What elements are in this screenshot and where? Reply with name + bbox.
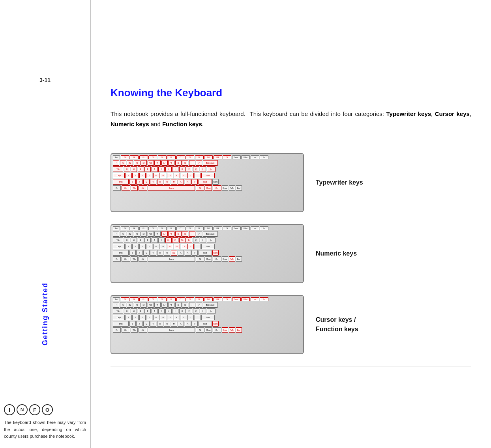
typewriter-keyboard-image: Esc F1 F2 F3 F4 F5 F6 F7 F8 F9 F10 F11 F…: [111, 153, 304, 212]
bottom-divider: [111, 366, 471, 366]
numeric-keyboard-image: Esc F1 F2 F3 F4 F5 F6 F7 F8 F9 F10 F11 F…: [111, 224, 304, 283]
sidebar-label: Getting Started: [41, 282, 49, 345]
keyboard-diagram-cursor: Esc F1 F2 F3 F4 F5 F6 F7 F8 F9 F10 F11 F…: [111, 295, 304, 354]
main-content: Knowing the Keyboard This notebook provi…: [91, 0, 491, 448]
info-i-icon: I: [4, 404, 15, 415]
numeric-keys-label: Numeric keys: [111, 121, 149, 127]
cursor-keyboard-image: Esc F1 F2 F3 F4 F5 F6 F7 F8 F9 F10 F11 F…: [111, 295, 304, 354]
keyboard-section-cursor: Esc F1 F2 F3 F4 F5 F6 F7 F8 F9 F10 F11 F…: [111, 295, 471, 354]
keyboard-section-typewriter: Esc F1 F2 F3 F4 F5 F6 F7 F8 F9 F10 F11 F…: [111, 153, 471, 212]
intro-paragraph: This notebook provides a full-functioned…: [111, 109, 471, 129]
typewriter-keys-label: Typewriter keys: [386, 110, 431, 117]
top-divider: [111, 141, 471, 141]
info-n-icon: N: [17, 404, 28, 415]
info-o-icon: O: [42, 404, 53, 415]
numeric-keys-text: Numeric keys: [316, 249, 357, 258]
cursor-keys-label: Cursor keys: [435, 110, 470, 117]
sidebar: 3-11 Getting Started I N F O The keyboar…: [0, 0, 91, 448]
info-f-icon: F: [29, 404, 40, 415]
page-number: 3-11: [0, 77, 90, 83]
sidebar-label-wrapper: Getting Started: [0, 282, 90, 345]
info-text: The keyboard shown here may vary from th…: [4, 419, 86, 440]
keyboard-section-numeric: Esc F1 F2 F3 F4 F5 F6 F7 F8 F9 F10 F11 F…: [111, 224, 471, 283]
info-icons: I N F O: [4, 404, 86, 415]
keyboard-diagram-typewriter: Esc F1 F2 F3 F4 F5 F6 F7 F8 F9 F10 F11 F…: [111, 153, 304, 212]
typewriter-keys-text: Typewriter keys: [316, 178, 363, 187]
cursor-keys-text: Cursor keys /Function keys: [316, 315, 358, 334]
page-title: Knowing the Keyboard: [111, 87, 471, 99]
function-keys-label: Function keys: [162, 121, 202, 127]
info-section: I N F O The keyboard shown here may vary…: [4, 404, 86, 440]
keyboard-diagram-numeric: Esc F1 F2 F3 F4 F5 F6 F7 F8 F9 F10 F11 F…: [111, 224, 304, 283]
